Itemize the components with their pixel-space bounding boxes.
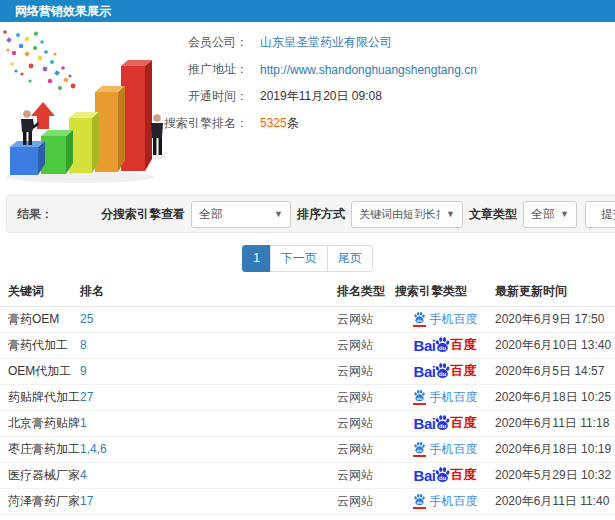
keyword-text: 膏药OEM [8, 312, 59, 326]
keyword-text: OEM代加工 [8, 364, 71, 378]
col-keyword: 关键词 [0, 278, 80, 306]
rank-type-text: 云网站 [337, 442, 373, 456]
rank-link[interactable]: 1,4,6 [80, 442, 107, 456]
page-title: 网络营销效果展示 [15, 4, 111, 18]
info-row-rank-count: 搜索引擎排名： 5325条 [130, 115, 615, 132]
baidu-logo: Bai du 百度 [414, 336, 477, 355]
baidu-paw-icon: du [413, 441, 426, 457]
keyword-text: 药贴牌代加工 [8, 390, 80, 404]
next-page-button[interactable]: 下一页 [270, 245, 328, 272]
results-table-body: 膏药OEM 25 云网站 du 手机百 [0, 306, 615, 514]
article-type-select-value: 全部 [531, 206, 554, 223]
table-row: 菏泽膏药厂家 17 云网站 du 手机 [0, 488, 615, 514]
rank-link[interactable]: 25 [80, 312, 93, 326]
svg-text:du: du [416, 448, 422, 453]
rank-type-text: 云网站 [337, 494, 373, 508]
rank-link[interactable]: 9 [80, 364, 87, 378]
rank-type-text: 云网站 [337, 390, 373, 404]
mobile-baidu-logo: du 手机百度 [413, 493, 478, 510]
rank-count-value: 5325条 [260, 115, 299, 132]
rank-type-text: 云网站 [337, 312, 373, 326]
mobile-baidu-logo: du 手机百度 [413, 389, 478, 406]
company-link[interactable]: 山东皇圣堂药业有限公司 [260, 34, 392, 51]
company-info: 会员公司： 山东皇圣堂药业有限公司 推广地址： http://www.shand… [130, 34, 615, 142]
col-rank-type: 排名类型 [337, 278, 395, 306]
updated-time-text: 2020年6月5日 14:57 [495, 364, 604, 378]
baidu-logo-bai: Bai [414, 415, 436, 432]
submit-button[interactable]: 提交 [585, 201, 615, 228]
promo-url-label: 推广地址： [130, 61, 248, 78]
article-type-select[interactable]: 全部 ▼ [523, 201, 577, 228]
baidu-logo-cn: 百度 [450, 414, 476, 432]
last-page-button[interactable]: 尾页 [327, 245, 373, 272]
baidu-logo-cn: 百度 [450, 336, 476, 354]
page-title-bar: 网络营销效果展示 [0, 0, 615, 22]
sort-select[interactable]: 关键词由短到长排序 ▼ [351, 201, 463, 228]
rank-type-text: 云网站 [337, 364, 373, 378]
baidu-logo-cn: 百度 [450, 466, 476, 484]
info-row-company: 会员公司： 山东皇圣堂药业有限公司 [130, 34, 615, 51]
keyword-text: 医疗器械厂家 [8, 468, 80, 482]
mobile-baidu-label: 手机百度 [430, 311, 478, 328]
mobile-baidu-logo: du 手机百度 [413, 311, 478, 328]
yellow-bar [69, 112, 99, 173]
updated-time-text: 2020年5月29日 10:32 [495, 468, 611, 482]
table-row: 枣庄膏药加工 1,4,6 云网站 du [0, 436, 615, 462]
baidu-paw-icon: du [434, 466, 451, 483]
baidu-paw-icon: du [434, 336, 451, 353]
table-row: 药贴牌代加工 27 云网站 du 手机 [0, 384, 615, 410]
article-type-label: 文章类型 [469, 206, 517, 223]
rank-type-text: 云网站 [337, 416, 373, 430]
promo-url-link[interactable]: http://www.shandonghuangshengtang.cn [260, 63, 477, 77]
col-updated: 最新更新时间 [495, 278, 615, 306]
table-row: 北京膏药贴牌 1 云网站 Bai du 百度 202 [0, 410, 615, 436]
info-section: 会员公司： 山东皇圣堂药业有限公司 推广地址： http://www.shand… [0, 22, 615, 192]
baidu-logo-cn: 百度 [450, 362, 476, 380]
rank-count-unit: 条 [287, 116, 299, 130]
baidu-paw-icon: du [434, 362, 451, 379]
rank-link[interactable]: 1 [80, 416, 87, 430]
rank-link[interactable]: 17 [80, 494, 93, 508]
table-row: OEM代加工 9 云网站 Bai du 百度 202 [0, 358, 615, 384]
open-time-label: 开通时间： [130, 88, 248, 105]
updated-time-text: 2020年6月9日 17:50 [495, 312, 604, 326]
keyword-text: 膏药代加工 [8, 338, 68, 352]
baidu-paw-icon: du [413, 311, 426, 327]
engine-select[interactable]: 全部 ▼ [191, 201, 291, 228]
baidu-logo: Bai du 百度 [414, 362, 477, 381]
chevron-down-icon: ▼ [560, 209, 569, 219]
mobile-baidu-logo: du 手机百度 [413, 441, 478, 458]
svg-text:du: du [439, 423, 447, 429]
col-rank: 排名 [80, 278, 337, 306]
keyword-text: 菏泽膏药厂家 [8, 494, 80, 508]
company-label: 会员公司： [130, 34, 248, 51]
rank-count-label: 搜索引擎排名： [130, 115, 248, 132]
updated-time-text: 2020年6月18日 10:25 [495, 390, 611, 404]
baidu-logo-bai: Bai [414, 337, 436, 354]
info-row-url: 推广地址： http://www.shandonghuangshengtang.… [130, 61, 615, 78]
pagination: 1 下一页 尾页 [0, 245, 615, 272]
sort-filter-label: 排序方式 [297, 206, 345, 223]
mobile-baidu-label: 手机百度 [430, 389, 478, 406]
confetti [3, 30, 75, 90]
rank-link[interactable]: 8 [80, 338, 87, 352]
blue-bar [10, 141, 45, 175]
keyword-text: 枣庄膏药加工 [8, 442, 80, 456]
rank-count-number: 5325 [260, 116, 287, 130]
table-row: 膏药代加工 8 云网站 Bai du 百度 2020 [0, 332, 615, 358]
page-current-button[interactable]: 1 [242, 245, 271, 272]
engine-select-value: 全部 [199, 206, 268, 223]
sort-select-value: 关键词由短到长排序 [359, 207, 440, 222]
results-table-header: 关键词 排名 排名类型 搜索引擎类型 最新更新时间 [0, 278, 615, 306]
baidu-paw-icon: du [413, 389, 426, 405]
baidu-paw-icon: du [434, 414, 451, 431]
results-table: 关键词 排名 排名类型 搜索引擎类型 最新更新时间 膏药OEM 25 云网站 [0, 278, 615, 515]
baidu-paw-icon: du [413, 493, 426, 509]
rank-link[interactable]: 4 [80, 468, 87, 482]
rank-link[interactable]: 27 [80, 390, 93, 404]
svg-text:du: du [416, 500, 422, 505]
orange-bar [95, 86, 125, 172]
svg-text:du: du [439, 345, 447, 351]
updated-time-text: 2020年6月11日 11:18 [495, 416, 609, 430]
chevron-down-icon: ▼ [446, 209, 455, 219]
